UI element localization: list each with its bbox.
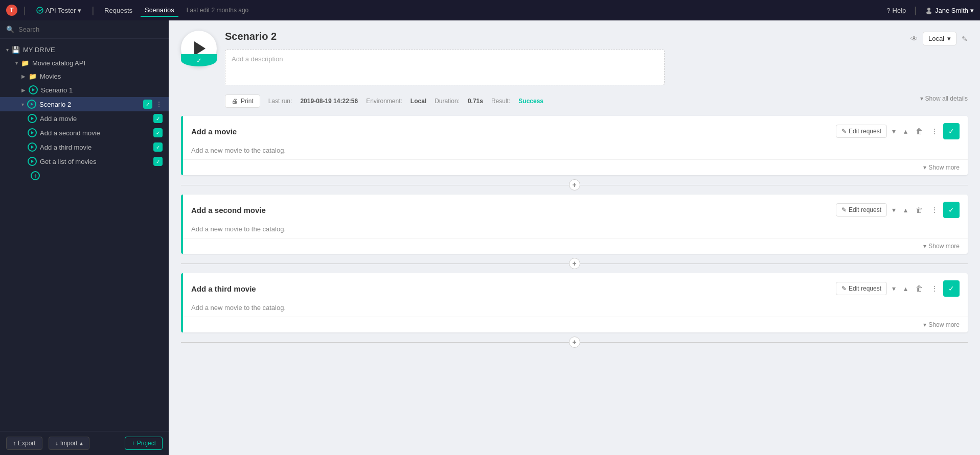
request-card-add-third-movie: Add a third movie ✎ Edit request ▾ ▴ 🗑 ⋮… [181, 273, 968, 332]
delete-btn-3[interactable]: 🗑 [913, 282, 926, 295]
edit-scenario-pen[interactable]: ✎ [962, 35, 968, 43]
card-title-add-movie: Add a movie [191, 127, 830, 136]
collection-icon: 📁 [21, 59, 29, 67]
edit-request-button-3[interactable]: ✎ Edit request [836, 282, 887, 295]
export-button[interactable]: ↑ Export [6, 437, 42, 450]
expand-up-btn-3[interactable]: ▴ [901, 282, 910, 295]
more-btn-2[interactable]: ⋮ [928, 204, 941, 216]
api-tester-icon [36, 7, 43, 14]
add-second-movie-label: Add a second movie [40, 129, 150, 137]
sidebar-item-add-second-movie[interactable]: Add a second movie ✓ [0, 126, 169, 140]
top-nav-right: ? Help | Jane Smith ▾ [886, 5, 974, 16]
collection-chevron: ▾ [15, 60, 18, 66]
show-more-2[interactable]: ▾ Show more [923, 243, 960, 250]
scenario-play-button[interactable]: ✓ [181, 31, 217, 66]
add-project-button[interactable]: + Project [125, 437, 163, 450]
movies-chevron: ▶ [21, 74, 26, 79]
edit-request-button-2[interactable]: ✎ Edit request [836, 203, 887, 217]
show-more-1[interactable]: ▾ Show more [923, 164, 960, 171]
add-second-movie-play-icon [28, 128, 37, 137]
collection-label: Movie catalog API [32, 59, 152, 67]
scenario2-chevron: ▾ [21, 102, 24, 107]
add-between-2-3[interactable]: + [569, 258, 580, 269]
get-movies-check: ✓ [153, 157, 163, 166]
print-button[interactable]: 🖨 Print [225, 94, 260, 108]
sidebar-item-get-movies[interactable]: Get a list of movies ✓ [0, 154, 169, 169]
help-link[interactable]: ? Help [886, 7, 906, 14]
scenario1-label: Scenario 1 [41, 86, 163, 94]
svg-marker-6 [31, 131, 34, 134]
expand-down-btn-1[interactable]: ▾ [889, 125, 899, 137]
add-second-movie-check: ✓ [153, 128, 163, 137]
card-check-btn-3[interactable]: ✓ [943, 280, 960, 297]
request-card-add-movie: Add a movie ✎ Edit request ▾ ▴ 🗑 ⋮ ✓ Add… [181, 116, 968, 175]
sidebar-item-scenario2[interactable]: ▾ Scenario 2 ✓ ⋮ [0, 97, 169, 111]
movies-folder-label: Movies [40, 73, 152, 80]
sidebar-item-add-movie[interactable]: Add a movie ✓ [0, 111, 169, 126]
plus-divider-3: + [181, 332, 968, 352]
my-drive-label: MY DRIVE [23, 46, 152, 54]
sidebar-collection-movie-catalog[interactable]: ▾ 📁 Movie catalog API ⋮ [0, 56, 169, 69]
delete-btn-2[interactable]: 🗑 [913, 204, 926, 216]
sidebar-item-add-third-movie[interactable]: Add a third movie ✓ [0, 140, 169, 154]
sidebar-tree: ▾ 💾 MY DRIVE ⋮ ▾ 📁 Movie catalog API ⋮ ▶… [0, 39, 169, 431]
show-all-details-link[interactable]: ▾ Show all details [920, 95, 968, 102]
last-edit-timestamp: Last edit 2 months ago [187, 7, 248, 14]
expand-up-btn-1[interactable]: ▴ [901, 125, 910, 137]
card-title-add-third-movie: Add a third movie [191, 284, 830, 293]
divider-line-1b [580, 185, 968, 185]
print-btn[interactable]: 🖨 Print [225, 94, 260, 108]
nav-scenarios[interactable]: Scenarios [141, 4, 178, 17]
delete-btn-1[interactable]: 🗑 [913, 125, 926, 137]
edit-icon-2: ✎ [841, 206, 847, 213]
nav-requests[interactable]: Requests [100, 5, 136, 16]
add-third-movie-label: Add a third movie [40, 143, 150, 151]
expand-down-btn-2[interactable]: ▾ [889, 204, 899, 216]
request-card-add-second-movie: Add a second movie ✎ Edit request ▾ ▴ 🗑 … [181, 195, 968, 254]
edit-request-button-1[interactable]: ✎ Edit request [836, 125, 887, 138]
scenario1-play-icon [29, 85, 38, 94]
sidebar-item-scenario1[interactable]: ▶ Scenario 1 [0, 83, 169, 97]
card-check-btn-1[interactable]: ✓ [943, 123, 960, 139]
scenario-info: Scenario 2 👁 Local ▾ ✎ Add a description [225, 31, 968, 108]
nav-divider-3: | [914, 5, 917, 16]
scenario2-more-icon[interactable]: ⋮ [155, 100, 163, 108]
sidebar-movies-folder[interactable]: ▶ 📁 Movies ⋮ [0, 69, 169, 83]
add-between-1-2[interactable]: + [569, 179, 580, 190]
scenario-title: Scenario 2 [225, 31, 277, 42]
expand-up-btn-2[interactable]: ▴ [901, 204, 910, 216]
user-menu[interactable]: Jane Smith ▾ [925, 6, 974, 14]
search-bar[interactable]: 🔍 [0, 20, 169, 39]
drive-icon: 💾 [12, 46, 20, 54]
add-third-movie-play-icon [28, 142, 37, 152]
more-btn-1[interactable]: ⋮ [928, 125, 941, 137]
card-title-add-second-movie: Add a second movie [191, 206, 830, 214]
environment-select[interactable]: Local ▾ [923, 32, 956, 45]
add-movie-check: ✓ [153, 114, 163, 123]
svg-marker-4 [31, 103, 33, 106]
svg-point-0 [37, 7, 43, 13]
card-header-add-movie: Add a movie ✎ Edit request ▾ ▴ 🗑 ⋮ ✓ [183, 116, 968, 147]
top-right-controls: 👁 Local ▾ ✎ [910, 32, 968, 45]
scenario-description[interactable]: Add a description [225, 50, 665, 85]
eye-icon[interactable]: 👁 [910, 35, 918, 43]
last-run-label: Last run: [268, 98, 292, 105]
nav-item-api-tester[interactable]: API Tester ▾ [32, 5, 86, 16]
search-input[interactable] [18, 26, 163, 33]
card-header-add-second-movie: Add a second movie ✎ Edit request ▾ ▴ 🗑 … [183, 195, 968, 225]
import-button[interactable]: ↓ Import ▴ [49, 437, 89, 450]
add-after-3[interactable]: + [569, 337, 580, 348]
environment-label: Environment: [366, 98, 402, 105]
svg-point-1 [927, 8, 930, 11]
add-movie-label: Add a movie [40, 115, 150, 123]
svg-marker-3 [32, 88, 35, 91]
more-btn-3[interactable]: ⋮ [928, 282, 941, 295]
my-drive-section[interactable]: ▾ 💾 MY DRIVE ⋮ [0, 43, 169, 56]
scenario-play-container: ✓ [181, 31, 217, 66]
card-check-btn-2[interactable]: ✓ [943, 202, 960, 218]
card-footer-add-movie: ▾ Show more [183, 159, 968, 175]
sidebar-add-item[interactable]: + [0, 169, 169, 183]
show-more-3[interactable]: ▾ Show more [923, 321, 960, 328]
divider-line-1 [181, 185, 569, 185]
expand-down-btn-3[interactable]: ▾ [889, 282, 899, 295]
